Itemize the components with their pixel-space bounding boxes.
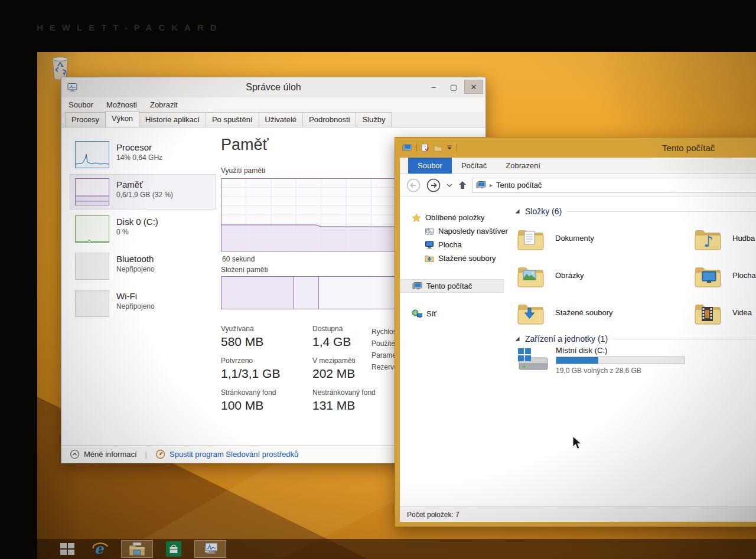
tab-výkon[interactable]: Výkon xyxy=(105,111,139,127)
menu-item-soubor[interactable]: Soubor xyxy=(69,100,93,109)
none-graph-thumbnail-icon xyxy=(75,290,109,317)
nav-item-sta-en-soubory[interactable]: Stažené soubory xyxy=(400,251,509,265)
devices-group-label: Zařízení a jednotky (1) xyxy=(525,334,608,344)
perf-item-procesor[interactable]: Procesor 14% 0,64 GHz xyxy=(70,137,216,172)
hard-disk-icon xyxy=(516,346,550,375)
tab-po-spuštění[interactable]: Po spuštění xyxy=(206,112,259,127)
up-button[interactable] xyxy=(458,180,467,191)
memory-panel-title: Paměť xyxy=(221,136,269,154)
local-disk-item[interactable]: Místní disk (C:) 19,0 GB volných z 28,6 … xyxy=(516,346,685,375)
perf-item-disk-0-c-[interactable]: Disk 0 (C:) 0 % xyxy=(70,211,216,247)
back-button[interactable] xyxy=(406,178,421,193)
tab-historie-aplikací[interactable]: Historie aplikací xyxy=(139,112,206,127)
nav-item-label: Síť xyxy=(426,309,436,318)
taskbar-button-task-manager[interactable] xyxy=(194,540,226,558)
computer-icon xyxy=(412,282,422,290)
ribbon-tab-soubor[interactable]: Soubor xyxy=(408,158,452,174)
folder-item-dokumenty[interactable]: Dokumenty xyxy=(516,220,693,257)
tab-podrobnosti[interactable]: Podrobnosti xyxy=(302,112,356,127)
explorer-client-area: SouborPočítačZobrazení ▸ Tento počítač O… xyxy=(400,158,756,522)
folder-item-sta-en-soubory[interactable]: Stažené soubory xyxy=(516,294,693,331)
quick-access-toolbar xyxy=(402,143,457,152)
devices-group-header[interactable]: Zařízení a jednotky (1) xyxy=(514,334,756,344)
photo-of-laptop-screen: HEWLETT-PACKARD Správce úloh – ▢ ✕ Soubo… xyxy=(0,0,756,559)
folder-item-hudba[interactable]: ♪ Hudba xyxy=(693,220,756,257)
stat-label: Využívaná xyxy=(221,325,312,333)
tab-služby[interactable]: Služby xyxy=(356,112,392,127)
address-bar[interactable]: ▸ Tento počítač xyxy=(472,178,756,193)
disk-free-text: 19,0 GB volných z 28,6 GB xyxy=(556,367,685,375)
less-info-button[interactable]: Méně informací xyxy=(70,449,137,459)
folder-item-plocha[interactable]: Plocha xyxy=(693,257,756,294)
tab-uživatelé[interactable]: Uživatelé xyxy=(259,112,303,127)
folder-item-label: Hudba xyxy=(732,234,755,243)
forward-button[interactable] xyxy=(426,178,441,193)
qat-separator xyxy=(416,143,417,152)
history-dropdown-icon[interactable] xyxy=(446,182,453,188)
performance-sidebar: Procesor 14% 0,64 GHz Paměť 0,6/1,9 GB (… xyxy=(61,128,216,445)
stat-value: 580 MB xyxy=(221,335,312,349)
star-icon xyxy=(412,213,421,223)
nav-item-tento-po-ta-[interactable]: Tento počítač xyxy=(400,279,504,293)
tab-procesy[interactable]: Procesy xyxy=(65,112,106,127)
explorer-titlebar[interactable]: Tento počítač xyxy=(395,138,756,158)
footer-divider: | xyxy=(145,450,147,459)
desktop-icon xyxy=(425,240,434,249)
qat-computer-icon[interactable] xyxy=(402,143,412,152)
nav-item-naposledy-nav-t-ver[interactable]: Naposledy navštíver xyxy=(400,224,509,238)
folder-item-videa[interactable]: Videa xyxy=(693,294,756,331)
open-resource-monitor-link[interactable]: Spustit program Sledování prostředků xyxy=(155,449,298,459)
file-explorer-window: Tento počítač SouborPočítačZobrazení ▸ T… xyxy=(395,137,756,527)
nav-item-plocha[interactable]: Plocha xyxy=(400,238,509,251)
status-bar: Počet položek: 7 xyxy=(400,506,756,522)
perf-item-name: Disk 0 (C:) xyxy=(116,217,158,227)
taskbar-button-internet-explorer[interactable]: e xyxy=(88,540,113,558)
minimize-button[interactable]: – xyxy=(424,80,443,94)
nav-item-obl-ben-polo-ky[interactable]: Oblíbené položky xyxy=(400,211,509,224)
task-manager-titlebar[interactable]: Správce úloh – ▢ ✕ xyxy=(61,77,485,97)
task-manager-title: Správce úloh xyxy=(61,82,485,93)
folder-downloads-icon xyxy=(516,299,546,327)
perf-item-name: Paměť xyxy=(116,179,173,189)
memory-graph-thumbnail-icon xyxy=(75,178,109,205)
close-button[interactable]: ✕ xyxy=(464,80,483,94)
taskbar-button-start[interactable] xyxy=(55,540,80,558)
ribbon-tab-strip: SouborPočítačZobrazení xyxy=(400,158,756,174)
menu-item-zobrazit[interactable]: Zobrazit xyxy=(150,100,178,109)
ribbon-tab-zobrazení[interactable]: Zobrazení xyxy=(496,158,550,174)
folders-group-label: Složky (6) xyxy=(525,207,562,216)
folders-group-header[interactable]: Složky (6) xyxy=(514,207,756,216)
perf-item-bluetooth[interactable]: Bluetooth Nepřipojeno xyxy=(70,249,216,284)
maximize-button[interactable]: ▢ xyxy=(444,80,463,94)
qat-new-folder-icon[interactable] xyxy=(434,144,442,152)
nav-item-s-[interactable]: Síť xyxy=(400,307,509,321)
nav-item-label: Oblíbené položky xyxy=(425,213,484,222)
memory-usage-chart-label: Využití paměti xyxy=(221,166,265,175)
breadcrumb-chevron-icon: ▸ xyxy=(490,182,493,188)
menu-item-možnosti[interactable]: Možnosti xyxy=(106,100,137,109)
taskbar-button-file-explorer[interactable] xyxy=(121,540,153,558)
taskbar-button-store[interactable] xyxy=(161,540,186,558)
window-controls: – ▢ ✕ xyxy=(424,80,483,94)
folder-item-obr-zky[interactable]: Obrázky xyxy=(516,257,693,294)
network-icon xyxy=(412,309,422,318)
explorer-body: Oblíbené položky Naposledy navštíver Plo… xyxy=(400,197,756,506)
group-collapse-icon xyxy=(514,336,520,342)
less-info-label: Méně informací xyxy=(84,450,137,459)
perf-item-detail: Nepřipojeno xyxy=(116,265,155,273)
group-header-rule xyxy=(566,211,756,212)
ribbon-tab-počítač[interactable]: Počítač xyxy=(452,158,496,174)
perf-item-wi-fi[interactable]: Wi-Fi Nepřipojeno xyxy=(70,286,216,321)
memory-stat-vyu-van-: Využívaná 580 MB xyxy=(221,325,312,349)
stat-label: Potvrzeno xyxy=(221,357,312,365)
task-manager-menubar: SouborMožnostiZobrazit xyxy=(61,97,485,112)
perf-item-detail: 0,6/1,9 GB (32 %) xyxy=(116,191,173,199)
nav-item-label: Plocha xyxy=(438,240,462,249)
chevron-up-circle-icon xyxy=(70,449,80,459)
explorer-title: Tento počítač xyxy=(662,143,715,153)
perf-item-pam-[interactable]: Paměť 0,6/1,9 GB (32 %) xyxy=(70,174,216,210)
resource-monitor-icon xyxy=(155,449,165,459)
qat-dropdown-icon[interactable] xyxy=(447,145,452,150)
qat-properties-icon[interactable] xyxy=(421,143,429,152)
folders-grid: Dokumenty Obrázky Stažené soubory ♪ Hudb… xyxy=(516,220,756,331)
